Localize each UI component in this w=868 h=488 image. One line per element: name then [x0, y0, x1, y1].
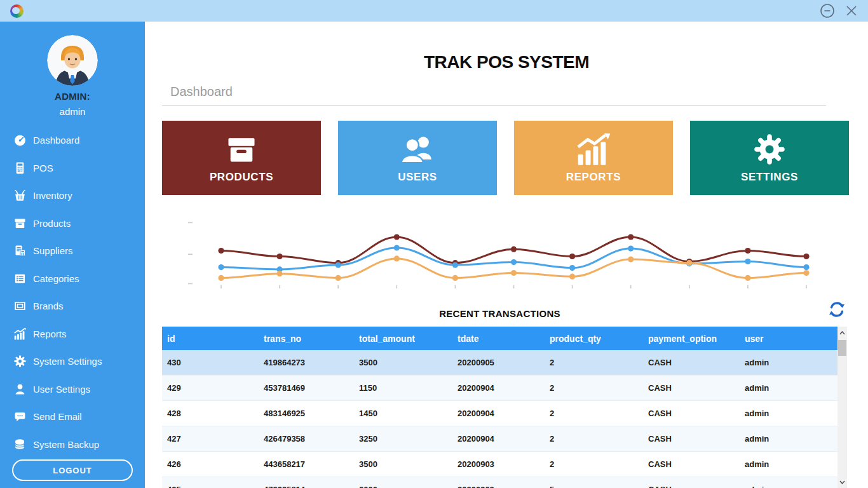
- table-cell: 426479358: [259, 426, 354, 451]
- sidebar-item-label: Dashboard: [33, 135, 79, 146]
- minimize-icon[interactable]: [820, 3, 835, 18]
- sidebar-item-inventory[interactable]: Inventory: [0, 182, 145, 210]
- column-header-total_amount[interactable]: total_amount: [354, 327, 452, 350]
- series-blue-point: [394, 245, 400, 250]
- sidebar-item-reports[interactable]: Reports: [0, 320, 145, 348]
- sidebar-item-brands[interactable]: Brands: [0, 292, 145, 320]
- gear-icon: [13, 355, 27, 368]
- table-cell: admin: [740, 426, 837, 451]
- basket-icon: [13, 189, 27, 202]
- sidebar-item-label: Products: [33, 218, 71, 229]
- table-row[interactable]: 4274264793583250202009042CASHadmin: [162, 426, 837, 452]
- card-products[interactable]: PRODUCTS: [162, 121, 321, 195]
- series-orange-point: [628, 257, 634, 262]
- table-cell: 2: [545, 401, 643, 426]
- table-cell: CASH: [643, 477, 740, 488]
- card-users[interactable]: USERS: [338, 121, 497, 195]
- series-orange-point: [686, 260, 692, 266]
- sidebar-item-suppliers[interactable]: Suppliers: [0, 237, 145, 265]
- table-cell: 3250: [354, 426, 452, 451]
- page-title: Dashboard: [170, 85, 233, 99]
- admin-username: admin: [0, 106, 145, 117]
- series-maroon-point: [277, 254, 283, 259]
- table-cell: 483146925: [259, 401, 354, 426]
- scroll-up-icon[interactable]: [837, 328, 847, 338]
- table-cell: CASH: [643, 452, 740, 477]
- table-cell: 425: [162, 477, 259, 488]
- table-cell: 6000: [354, 477, 452, 488]
- table-header-row: idtrans_nototal_amounttdateproduct_qtypa…: [162, 327, 837, 350]
- series-orange-point: [569, 274, 575, 280]
- column-header-product_qty[interactable]: product_qty: [545, 327, 643, 350]
- card-label: USERS: [398, 171, 437, 184]
- table-cell: 2: [545, 350, 643, 375]
- table-cell: admin: [740, 477, 837, 488]
- bar-chart-icon: [13, 327, 27, 341]
- trend-bars-icon: [575, 132, 612, 166]
- table-cell: 2: [545, 426, 643, 451]
- series-maroon-point: [394, 234, 400, 240]
- column-header-payment_option[interactable]: payment_option: [643, 327, 740, 350]
- sidebar-item-dashboard[interactable]: Dashboard: [0, 126, 145, 154]
- sidebar-item-system-settings[interactable]: System Settings: [0, 348, 145, 376]
- sidebar-item-products[interactable]: Products: [0, 210, 145, 238]
- user-icon: [13, 383, 27, 396]
- shortcut-cards: PRODUCTS USERS REPORTS SETTINGS: [162, 121, 849, 195]
- table-cell: 1450: [354, 401, 452, 426]
- scrollbar-thumb[interactable]: [838, 340, 846, 356]
- transactions-table: idtrans_nototal_amounttdateproduct_qtypa…: [162, 327, 837, 488]
- series-orange-point: [218, 275, 224, 281]
- table-row[interactable]: 4294537814691150202009042CASHadmin: [162, 376, 837, 401]
- clipboard-icon: [13, 244, 27, 257]
- list-icon: [13, 272, 27, 285]
- series-blue-point: [745, 259, 750, 264]
- sidebar-item-label: POS: [33, 163, 53, 173]
- sidebar-item-label: System Backup: [33, 439, 99, 450]
- table-cell: 2: [545, 452, 643, 477]
- table-cell: 20200903: [452, 477, 545, 488]
- divider: [162, 105, 826, 106]
- card-label: PRODUCTS: [210, 171, 273, 184]
- logout-button[interactable]: LOGOUT: [12, 459, 133, 481]
- card-settings[interactable]: SETTINGS: [690, 121, 849, 195]
- table-row[interactable]: 4304198642733500202009052CASHadmin: [162, 350, 837, 376]
- close-icon[interactable]: [844, 3, 859, 18]
- table-cell: 20200903: [452, 452, 545, 477]
- sidebar-item-send-email[interactable]: Send Email: [0, 403, 145, 431]
- column-header-trans_no[interactable]: trans_no: [259, 327, 354, 350]
- admin-avatar: [47, 35, 98, 86]
- scroll-down-icon[interactable]: [837, 477, 847, 487]
- gear-icon: [751, 132, 788, 166]
- table-cell: 2: [545, 376, 643, 400]
- table-cell: admin: [740, 401, 837, 426]
- sidebar-item-label: Inventory: [33, 190, 72, 201]
- table-row[interactable]: 4264436582173500202009032CASHadmin: [162, 452, 837, 477]
- sidebar-item-label: Reports: [33, 329, 67, 339]
- table-cell: 20200905: [452, 350, 545, 375]
- series-maroon-point: [628, 234, 634, 240]
- card-reports[interactable]: REPORTS: [514, 121, 673, 195]
- sidebar-item-label: System Settings: [33, 356, 102, 367]
- sidebar-item-pos[interactable]: POS: [0, 154, 145, 182]
- sidebar-item-categories[interactable]: Categories: [0, 265, 145, 293]
- table-cell: 419864273: [259, 350, 354, 375]
- table-cell: 20200904: [452, 426, 545, 451]
- table-row[interactable]: 4284831469251450202009042CASHadmin: [162, 401, 837, 426]
- sync-icon[interactable]: [827, 300, 846, 319]
- table-row[interactable]: 4254729358146000202009035CASHadmin: [162, 477, 837, 488]
- column-header-user[interactable]: user: [740, 327, 837, 350]
- table-scrollbar[interactable]: [837, 327, 847, 488]
- table-cell: 443658217: [259, 452, 354, 477]
- column-header-tdate[interactable]: tdate: [452, 327, 545, 350]
- frame-icon: [13, 299, 27, 313]
- transactions-title: RECENT TRANSACTIONS: [162, 308, 837, 319]
- sidebar-item-system-backup[interactable]: System Backup: [0, 431, 145, 459]
- sidebar-item-user-settings[interactable]: User Settings: [0, 376, 145, 403]
- series-blue-point: [511, 259, 517, 265]
- table-body: 4304198642733500202009052CASHadmin429453…: [162, 350, 837, 488]
- table-cell: 428: [162, 401, 259, 426]
- table-cell: 3500: [354, 452, 452, 477]
- series-orange-point: [803, 270, 809, 276]
- box-icon: [223, 132, 260, 166]
- column-header-id[interactable]: id: [162, 327, 259, 350]
